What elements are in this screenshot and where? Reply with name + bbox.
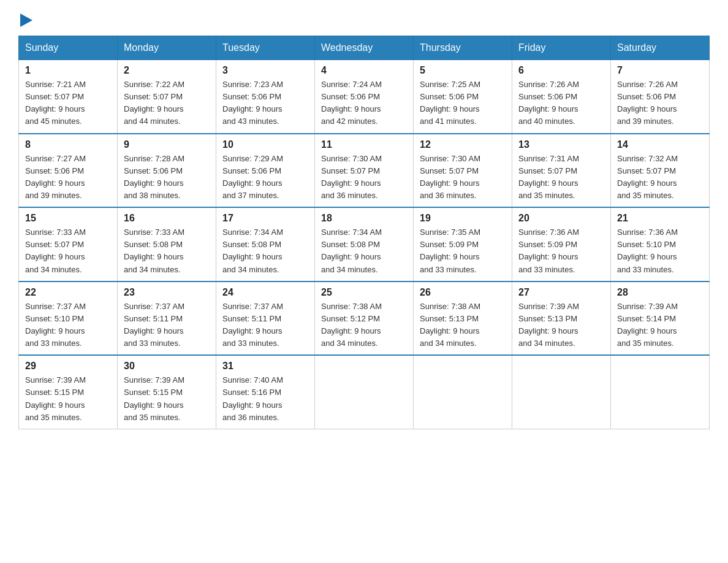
calendar-week-row: 22 Sunrise: 7:37 AMSunset: 5:10 PMDaylig… [19, 282, 710, 356]
calendar-day-cell: 21 Sunrise: 7:36 AMSunset: 5:10 PMDaylig… [611, 207, 710, 282]
day-number: 30 [124, 361, 210, 372]
day-info: Sunrise: 7:35 AMSunset: 5:09 PMDaylight:… [420, 226, 506, 276]
day-info: Sunrise: 7:38 AMSunset: 5:13 PMDaylight:… [420, 301, 506, 350]
day-number: 18 [321, 213, 407, 224]
calendar-day-cell: 12 Sunrise: 7:30 AMSunset: 5:07 PMDaylig… [414, 134, 512, 208]
day-number: 29 [25, 361, 111, 372]
day-number: 2 [124, 65, 210, 76]
day-number: 21 [617, 213, 703, 224]
calendar-day-cell: 5 Sunrise: 7:25 AMSunset: 5:06 PMDayligh… [414, 60, 512, 134]
day-number: 28 [617, 287, 703, 298]
day-number: 27 [518, 287, 604, 298]
day-info: Sunrise: 7:34 AMSunset: 5:08 PMDaylight:… [321, 226, 407, 276]
calendar-empty-cell [414, 355, 512, 429]
calendar-week-row: 29 Sunrise: 7:39 AMSunset: 5:15 PMDaylig… [19, 355, 710, 429]
day-number: 8 [25, 139, 111, 150]
calendar-day-cell: 31 Sunrise: 7:40 AMSunset: 5:16 PMDaylig… [216, 355, 315, 429]
day-number: 25 [321, 287, 407, 298]
day-info: Sunrise: 7:24 AMSunset: 5:06 PMDaylight:… [321, 79, 407, 128]
calendar-day-cell: 29 Sunrise: 7:39 AMSunset: 5:15 PMDaylig… [19, 355, 118, 429]
day-info: Sunrise: 7:39 AMSunset: 5:14 PMDaylight:… [617, 301, 703, 350]
calendar-week-row: 15 Sunrise: 7:33 AMSunset: 5:07 PMDaylig… [19, 207, 710, 282]
day-info: Sunrise: 7:39 AMSunset: 5:15 PMDaylight:… [124, 374, 210, 424]
day-number: 9 [124, 139, 210, 150]
day-info: Sunrise: 7:30 AMSunset: 5:07 PMDaylight:… [420, 153, 506, 202]
day-number: 4 [321, 65, 407, 76]
calendar-day-cell: 14 Sunrise: 7:32 AMSunset: 5:07 PMDaylig… [611, 134, 710, 208]
calendar-empty-cell [611, 355, 710, 429]
calendar-day-cell: 23 Sunrise: 7:37 AMSunset: 5:11 PMDaylig… [118, 282, 216, 356]
logo-arrow-icon [20, 13, 32, 27]
svg-marker-0 [20, 13, 32, 27]
calendar-day-cell: 20 Sunrise: 7:36 AMSunset: 5:09 PMDaylig… [512, 207, 611, 282]
day-number: 19 [420, 213, 506, 224]
day-number: 31 [222, 361, 308, 372]
calendar-day-cell: 9 Sunrise: 7:28 AMSunset: 5:06 PMDayligh… [118, 134, 216, 208]
day-number: 14 [617, 139, 703, 150]
day-number: 24 [222, 287, 308, 298]
header-wednesday: Wednesday [315, 36, 414, 60]
calendar-day-cell: 24 Sunrise: 7:37 AMSunset: 5:11 PMDaylig… [216, 282, 315, 356]
day-info: Sunrise: 7:37 AMSunset: 5:10 PMDaylight:… [25, 301, 111, 350]
day-number: 17 [222, 213, 308, 224]
day-info: Sunrise: 7:38 AMSunset: 5:12 PMDaylight:… [321, 301, 407, 350]
calendar-week-row: 8 Sunrise: 7:27 AMSunset: 5:06 PMDayligh… [19, 134, 710, 208]
day-number: 10 [222, 139, 308, 150]
day-info: Sunrise: 7:39 AMSunset: 5:15 PMDaylight:… [25, 374, 111, 424]
day-info: Sunrise: 7:39 AMSunset: 5:13 PMDaylight:… [518, 301, 604, 350]
day-number: 20 [518, 213, 604, 224]
page-header [18, 12, 710, 29]
calendar-week-row: 1 Sunrise: 7:21 AMSunset: 5:07 PMDayligh… [19, 60, 710, 134]
day-number: 5 [420, 65, 506, 76]
calendar-day-cell: 11 Sunrise: 7:30 AMSunset: 5:07 PMDaylig… [315, 134, 414, 208]
calendar-day-cell: 7 Sunrise: 7:26 AMSunset: 5:06 PMDayligh… [611, 60, 710, 134]
day-number: 15 [25, 213, 111, 224]
calendar-day-cell: 4 Sunrise: 7:24 AMSunset: 5:06 PMDayligh… [315, 60, 414, 134]
header-saturday: Saturday [611, 36, 710, 60]
calendar-day-cell: 30 Sunrise: 7:39 AMSunset: 5:15 PMDaylig… [118, 355, 216, 429]
day-info: Sunrise: 7:21 AMSunset: 5:07 PMDaylight:… [25, 79, 111, 128]
day-number: 1 [25, 65, 111, 76]
day-number: 22 [25, 287, 111, 298]
header-tuesday: Tuesday [216, 36, 315, 60]
header-sunday: Sunday [19, 36, 118, 60]
day-info: Sunrise: 7:23 AMSunset: 5:06 PMDaylight:… [222, 79, 308, 128]
calendar-day-cell: 16 Sunrise: 7:33 AMSunset: 5:08 PMDaylig… [118, 207, 216, 282]
logo [18, 12, 32, 29]
day-number: 13 [518, 139, 604, 150]
calendar-day-cell: 26 Sunrise: 7:38 AMSunset: 5:13 PMDaylig… [414, 282, 512, 356]
day-number: 11 [321, 139, 407, 150]
day-info: Sunrise: 7:40 AMSunset: 5:16 PMDaylight:… [222, 374, 308, 424]
calendar-empty-cell [315, 355, 414, 429]
calendar-day-cell: 17 Sunrise: 7:34 AMSunset: 5:08 PMDaylig… [216, 207, 315, 282]
calendar-day-cell: 6 Sunrise: 7:26 AMSunset: 5:06 PMDayligh… [512, 60, 611, 134]
day-info: Sunrise: 7:36 AMSunset: 5:09 PMDaylight:… [518, 226, 604, 276]
calendar-header-row: SundayMondayTuesdayWednesdayThursdayFrid… [19, 36, 710, 60]
calendar-day-cell: 3 Sunrise: 7:23 AMSunset: 5:06 PMDayligh… [216, 60, 315, 134]
header-monday: Monday [118, 36, 216, 60]
day-number: 16 [124, 213, 210, 224]
day-number: 23 [124, 287, 210, 298]
day-info: Sunrise: 7:34 AMSunset: 5:08 PMDaylight:… [222, 226, 308, 276]
calendar-day-cell: 15 Sunrise: 7:33 AMSunset: 5:07 PMDaylig… [19, 207, 118, 282]
day-number: 6 [518, 65, 604, 76]
day-info: Sunrise: 7:30 AMSunset: 5:07 PMDaylight:… [321, 153, 407, 202]
day-info: Sunrise: 7:32 AMSunset: 5:07 PMDaylight:… [617, 153, 703, 202]
calendar-empty-cell [512, 355, 611, 429]
calendar-day-cell: 10 Sunrise: 7:29 AMSunset: 5:06 PMDaylig… [216, 134, 315, 208]
day-number: 12 [420, 139, 506, 150]
calendar-table: SundayMondayTuesdayWednesdayThursdayFrid… [18, 36, 710, 429]
day-info: Sunrise: 7:33 AMSunset: 5:07 PMDaylight:… [25, 226, 111, 276]
day-info: Sunrise: 7:29 AMSunset: 5:06 PMDaylight:… [222, 153, 308, 202]
calendar-day-cell: 2 Sunrise: 7:22 AMSunset: 5:07 PMDayligh… [118, 60, 216, 134]
day-number: 26 [420, 287, 506, 298]
day-info: Sunrise: 7:28 AMSunset: 5:06 PMDaylight:… [124, 153, 210, 202]
day-info: Sunrise: 7:31 AMSunset: 5:07 PMDaylight:… [518, 153, 604, 202]
calendar-day-cell: 13 Sunrise: 7:31 AMSunset: 5:07 PMDaylig… [512, 134, 611, 208]
day-info: Sunrise: 7:27 AMSunset: 5:06 PMDaylight:… [25, 153, 111, 202]
calendar-day-cell: 28 Sunrise: 7:39 AMSunset: 5:14 PMDaylig… [611, 282, 710, 356]
calendar-day-cell: 19 Sunrise: 7:35 AMSunset: 5:09 PMDaylig… [414, 207, 512, 282]
day-info: Sunrise: 7:25 AMSunset: 5:06 PMDaylight:… [420, 79, 506, 128]
calendar-day-cell: 8 Sunrise: 7:27 AMSunset: 5:06 PMDayligh… [19, 134, 118, 208]
day-info: Sunrise: 7:36 AMSunset: 5:10 PMDaylight:… [617, 226, 703, 276]
